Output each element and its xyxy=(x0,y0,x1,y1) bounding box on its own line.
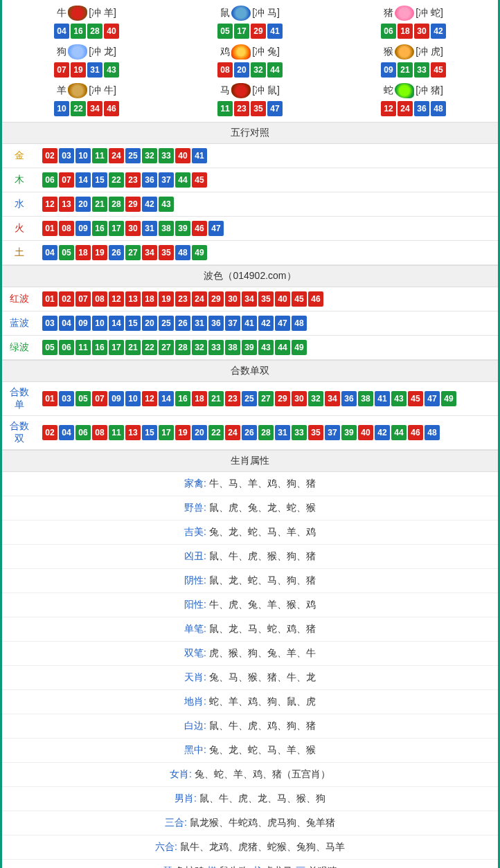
attr-value: 牛、虎、兔、羊、猴、鸡 xyxy=(206,599,316,610)
row-label: 木 xyxy=(2,168,37,192)
row-balls: 0102070812131819232429303435404546 xyxy=(37,287,498,311)
number-ball: 05 xyxy=(42,340,57,355)
number-ball: 36 xyxy=(341,391,357,406)
number-ball: 06 xyxy=(42,172,57,188)
row-balls: 06071415222336374445 xyxy=(37,168,498,192)
number-ball: 04 xyxy=(59,425,74,440)
number-ball: 11 xyxy=(75,340,91,355)
number-ball: 34 xyxy=(242,291,257,307)
footer-label: 琴: xyxy=(163,865,175,868)
attr-value: 鼠、龙、马、蛇、鸡、猪 xyxy=(206,623,316,634)
wuxing-table: 金02031011242532334041木060714152223363744… xyxy=(2,144,498,265)
table-row: 水1213202128294243 xyxy=(2,192,498,217)
number-ball: 10 xyxy=(75,148,91,163)
number-ball: 39 xyxy=(175,221,190,236)
number-ball: 18 xyxy=(192,391,207,406)
number-ball: 14 xyxy=(75,172,91,188)
number-ball: 17 xyxy=(109,340,124,355)
number-ball: 45 xyxy=(292,291,307,307)
ball-row: 09213345 xyxy=(334,62,492,78)
number-ball: 24 xyxy=(225,425,240,440)
number-ball: 36 xyxy=(142,172,157,188)
number-ball: 02 xyxy=(42,425,57,440)
bose-table: 红波0102070812131819232429303435404546蓝波03… xyxy=(2,287,498,360)
attr-label: 地肖: xyxy=(184,696,206,707)
zodiac-cell: 猴[冲 虎]09213345 xyxy=(332,42,495,80)
zodiac-chong: [冲 牛] xyxy=(89,84,116,97)
number-ball: 16 xyxy=(92,340,107,355)
number-ball: 18 xyxy=(398,24,413,39)
number-ball: 44 xyxy=(391,425,407,440)
number-ball: 04 xyxy=(59,316,74,331)
number-ball: 32 xyxy=(142,148,157,163)
footer-label: 棋: xyxy=(207,865,220,868)
number-ball: 12 xyxy=(109,291,124,307)
table-row: 红波0102070812131819232429303435404546 xyxy=(2,287,498,311)
number-ball: 22 xyxy=(109,172,124,188)
number-ball: 22 xyxy=(208,425,224,440)
number-ball: 14 xyxy=(109,316,124,331)
zodiac-name: 鼠 xyxy=(220,7,230,19)
ball-row: 04162840 xyxy=(8,24,166,39)
zodiac-chong: [冲 虎] xyxy=(416,46,443,58)
number-ball: 26 xyxy=(242,425,257,440)
number-ball: 20 xyxy=(75,197,91,212)
number-ball: 01 xyxy=(42,221,57,236)
attr-row: 白边: 鼠、牛、虎、鸡、狗、猪 xyxy=(2,714,498,739)
attr-label: 三合: xyxy=(165,817,187,828)
zodiac-cell: 猪[冲 蛇]06183042 xyxy=(332,3,495,42)
zodiac-header: 猪[冲 蛇] xyxy=(334,6,492,21)
row-label: 合数双 xyxy=(2,416,37,450)
attr-row: 家禽: 牛、马、羊、鸡、狗、猪 xyxy=(2,472,498,496)
number-ball: 10 xyxy=(54,101,69,116)
number-ball: 28 xyxy=(258,425,274,440)
number-ball: 16 xyxy=(71,24,86,39)
number-ball: 46 xyxy=(408,425,423,440)
number-ball: 37 xyxy=(159,172,174,188)
zodiac-cell: 羊[冲 牛]10223446 xyxy=(5,80,168,119)
row-label: 火 xyxy=(2,217,37,241)
attr-label: 单笔: xyxy=(184,623,206,634)
shuxing-list: 家禽: 牛、马、羊、鸡、狗、猪野兽: 鼠、虎、兔、龙、蛇、猴吉美: 兔、龙、蛇、… xyxy=(2,472,498,860)
dog-icon xyxy=(68,44,87,60)
row-balls: 04051819262734354849 xyxy=(37,241,498,265)
number-ball: 23 xyxy=(125,172,141,188)
number-ball: 24 xyxy=(192,291,207,307)
number-ball: 07 xyxy=(92,391,107,406)
attr-row: 男肖: 鼠、牛、虎、龙、马、猴、狗 xyxy=(2,787,498,811)
number-ball: 31 xyxy=(275,425,290,440)
footer-value: 虎龙马 xyxy=(264,865,296,868)
number-ball: 40 xyxy=(104,24,119,39)
number-ball: 33 xyxy=(159,148,174,163)
footer-value: 兔蛇鸡 xyxy=(175,865,207,868)
number-ball: 30 xyxy=(125,221,141,236)
number-ball: 08 xyxy=(59,221,74,236)
row-label: 蓝波 xyxy=(2,311,37,336)
number-ball: 06 xyxy=(381,24,396,39)
number-ball: 23 xyxy=(225,391,240,406)
number-ball: 11 xyxy=(92,148,107,163)
number-ball: 43 xyxy=(258,340,274,355)
number-ball: 03 xyxy=(59,391,74,406)
number-ball: 30 xyxy=(225,291,240,307)
row-balls: 02031011242532334041 xyxy=(37,144,498,168)
number-ball: 11 xyxy=(109,425,124,440)
number-ball: 31 xyxy=(87,62,102,78)
zodiac-cell: 马[冲 鼠]11233547 xyxy=(168,80,332,119)
zodiac-chong: [冲 鼠] xyxy=(252,84,280,97)
number-ball: 34 xyxy=(87,101,102,116)
attr-label: 阳性: xyxy=(184,599,206,610)
number-ball: 19 xyxy=(175,425,190,440)
attr-row: 阳性: 牛、虎、兔、羊、猴、鸡 xyxy=(2,593,498,617)
zodiac-name: 马 xyxy=(220,84,230,97)
attr-label: 吉美: xyxy=(184,526,206,537)
attr-row: 六合: 鼠牛、龙鸡、虎猪、蛇猴、兔狗、马羊 xyxy=(2,835,498,860)
number-ball: 05 xyxy=(217,24,233,39)
number-ball: 38 xyxy=(159,221,174,236)
number-ball: 47 xyxy=(275,316,290,331)
number-ball: 01 xyxy=(42,291,57,307)
number-ball: 45 xyxy=(431,62,446,78)
ball-row: 11233547 xyxy=(171,101,329,116)
number-ball: 04 xyxy=(42,245,57,260)
number-ball: 41 xyxy=(192,148,207,163)
